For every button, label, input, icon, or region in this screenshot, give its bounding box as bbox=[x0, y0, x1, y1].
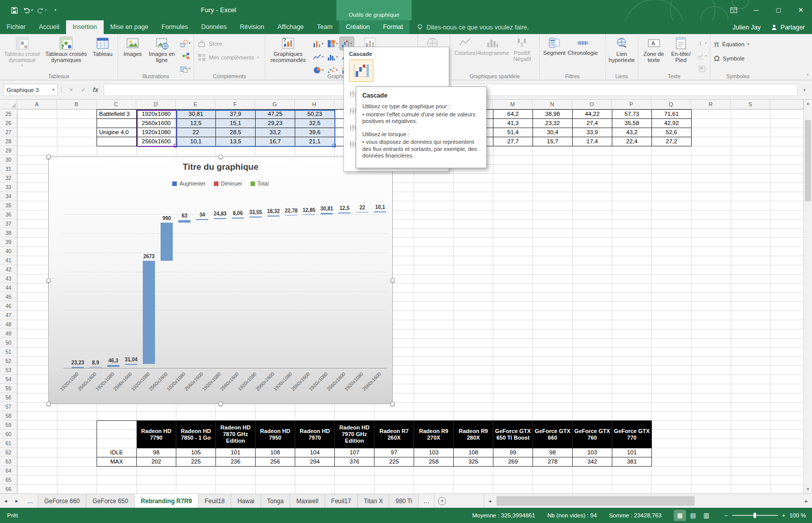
row-header-65[interactable]: 65 bbox=[0, 475, 17, 484]
column-header-O[interactable]: O bbox=[572, 100, 612, 109]
row-header-50[interactable]: 50 bbox=[0, 338, 17, 347]
zoom-slider[interactable] bbox=[732, 515, 778, 516]
cell-M28[interactable]: 27,7 bbox=[493, 137, 533, 146]
cell-M25[interactable]: 64,2 bbox=[493, 110, 533, 119]
wordart-button[interactable]: A▾ bbox=[696, 38, 707, 48]
gpu-cell[interactable]: 376 bbox=[335, 457, 374, 467]
row-header-40[interactable]: 40 bbox=[0, 247, 17, 256]
gpu-cell[interactable]: 108 bbox=[256, 448, 295, 457]
sheet-tab-maxwell[interactable]: Maxwell bbox=[290, 494, 325, 508]
scroll-up-icon[interactable]: ▲ bbox=[804, 100, 812, 108]
cell-O25[interactable]: 44,22 bbox=[573, 110, 612, 119]
row-header-30[interactable]: 30 bbox=[0, 155, 17, 164]
sheet-tab-feuil17[interactable]: Feuil17 bbox=[325, 494, 358, 508]
cell-C26[interactable] bbox=[97, 119, 137, 128]
tab-accueil[interactable]: Accueil bbox=[33, 20, 66, 34]
customize-qat-button[interactable]: ▾ bbox=[49, 4, 61, 17]
gpu-cell[interactable]: 381 bbox=[612, 457, 652, 467]
pivot-table-button[interactable]: Tableau croisé dynamique▾ bbox=[2, 35, 43, 71]
cell-Q27[interactable]: 52,6 bbox=[652, 128, 692, 137]
cell-D25[interactable]: 1920x1080 bbox=[137, 110, 176, 119]
recommended-charts-button[interactable]: ? Graphiques recommandés bbox=[267, 35, 309, 71]
sheet-overflow-right[interactable]: … bbox=[419, 494, 434, 508]
gpu-cell[interactable]: 258 bbox=[414, 457, 454, 467]
cell-P25[interactable]: 57,73 bbox=[612, 110, 652, 119]
store-button[interactable]: Store bbox=[196, 39, 261, 48]
column-header-Q[interactable]: Q bbox=[651, 100, 691, 109]
cell-N27[interactable]: 30,4 bbox=[533, 128, 573, 137]
row-header-53[interactable]: 53 bbox=[0, 365, 17, 375]
column-header-R[interactable]: R bbox=[691, 100, 731, 109]
row-header-46[interactable]: 46 bbox=[0, 301, 17, 311]
signature-line-button[interactable]: ▾ bbox=[696, 51, 707, 61]
minimize-button[interactable]: ─ bbox=[745, 0, 767, 20]
cell-O26[interactable]: 27,4 bbox=[573, 119, 612, 128]
row-header-35[interactable]: 35 bbox=[0, 201, 17, 210]
table-button[interactable]: Tableau bbox=[89, 35, 116, 71]
row-header-27[interactable]: 27 bbox=[0, 128, 17, 137]
column-header-D[interactable]: D bbox=[136, 100, 176, 109]
gpu-cell[interactable]: 103 bbox=[573, 448, 612, 457]
row-header-49[interactable]: 49 bbox=[0, 329, 17, 338]
row-header-45[interactable]: 45 bbox=[0, 292, 17, 301]
redo-caret-icon[interactable]: ▾ bbox=[45, 8, 47, 12]
row-header-29[interactable]: 29 bbox=[0, 146, 17, 155]
row-header-56[interactable]: 56 bbox=[0, 393, 17, 402]
slicer-button[interactable]: Segment bbox=[541, 35, 568, 71]
user-name[interactable]: Julien Jay bbox=[732, 24, 761, 31]
cell-F25[interactable]: 37,9 bbox=[216, 110, 256, 119]
insert-line-chart-button[interactable]: ▾ bbox=[311, 50, 325, 63]
gpu-cell[interactable]: 98 bbox=[137, 448, 176, 457]
tab-donnees[interactable]: Données bbox=[195, 20, 233, 34]
cell-E25[interactable]: 30,81 bbox=[176, 110, 216, 119]
sparkline-line-button[interactable]: Courbes bbox=[452, 35, 478, 71]
chart-handle-top-center[interactable] bbox=[218, 155, 223, 159]
row-header-26[interactable]: 26 bbox=[0, 118, 17, 128]
vertical-scrollbar[interactable]: ▲ ▼ bbox=[803, 100, 812, 494]
cell-E28[interactable]: 10,1 bbox=[176, 137, 216, 146]
recommended-pivot-tables-button[interactable]: ? Tableaux croisés dynamiques bbox=[43, 35, 89, 71]
close-button[interactable]: × bbox=[790, 0, 812, 20]
cell-H25[interactable]: 50,23 bbox=[295, 110, 335, 119]
cell-H26[interactable]: 32,5 bbox=[295, 119, 335, 128]
normal-view-button[interactable]: ▦ bbox=[674, 510, 686, 521]
column-header-E[interactable]: E bbox=[176, 100, 215, 109]
scroll-down-icon[interactable]: ▼ bbox=[804, 485, 812, 494]
column-header-C[interactable]: C bbox=[97, 100, 136, 109]
row-header-55[interactable]: 55 bbox=[0, 384, 17, 393]
gpu-row-label[interactable]: MAX bbox=[97, 457, 137, 467]
cell-O28[interactable]: 17,4 bbox=[573, 137, 612, 146]
row-header-58[interactable]: 58 bbox=[0, 411, 17, 420]
gpu-cell[interactable]: 225 bbox=[176, 457, 216, 467]
insert-statistic-chart-button[interactable]: ▾ bbox=[326, 50, 339, 63]
cell-C28[interactable] bbox=[97, 137, 137, 146]
row-header-66[interactable]: 66 bbox=[0, 484, 17, 494]
symbol-button[interactable]: Ω Symbole bbox=[712, 53, 751, 63]
shapes-button[interactable]: ▾ bbox=[180, 38, 191, 48]
column-header-P[interactable]: P bbox=[612, 100, 651, 109]
cell-O27[interactable]: 33,9 bbox=[573, 128, 612, 137]
chart-handle-mid-right[interactable] bbox=[390, 278, 395, 283]
row-header-38[interactable]: 38 bbox=[0, 228, 17, 237]
online-images-button[interactable]: Images en ligne bbox=[146, 35, 178, 71]
column-header-H[interactable]: H bbox=[295, 100, 334, 109]
gpu-cell[interactable]: 256 bbox=[256, 457, 295, 467]
name-box-caret-icon[interactable]: ▾ bbox=[52, 87, 54, 92]
sheet-tab-980-ti[interactable]: 980 Ti bbox=[389, 494, 419, 508]
zoom-out-button[interactable]: − bbox=[725, 512, 728, 518]
timeline-button[interactable]: Chronologie bbox=[568, 35, 598, 71]
tab-affichage[interactable]: Affichage bbox=[271, 20, 310, 34]
row-header-54[interactable]: 54 bbox=[0, 375, 17, 384]
select-all-corner[interactable] bbox=[0, 100, 17, 109]
row-header-57[interactable]: 57 bbox=[0, 402, 17, 411]
share-button[interactable]: Partager bbox=[771, 24, 805, 31]
row-header-28[interactable]: 28 bbox=[0, 137, 17, 146]
row-header-32[interactable]: 32 bbox=[0, 173, 17, 182]
tab-team[interactable]: Team bbox=[310, 20, 339, 34]
cell-Q25[interactable]: 71,61 bbox=[652, 110, 692, 119]
cell-P27[interactable]: 43,2 bbox=[612, 128, 652, 137]
row-header-33[interactable]: 33 bbox=[0, 182, 17, 192]
cell-D28[interactable]: 2560x1600 bbox=[137, 137, 176, 146]
images-button[interactable]: Images bbox=[119, 35, 146, 71]
gpu-cell[interactable]: 104 bbox=[295, 448, 335, 457]
